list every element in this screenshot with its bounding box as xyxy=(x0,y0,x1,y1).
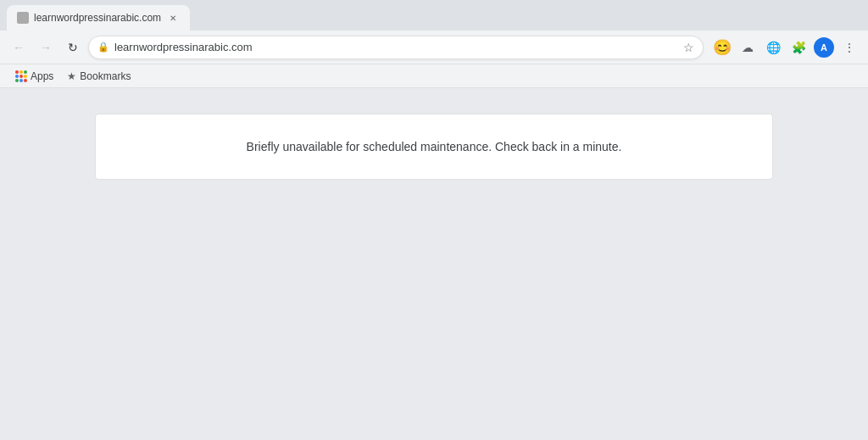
maintenance-box: Briefly unavailable for scheduled mainte… xyxy=(95,114,773,180)
toolbar: ← → ↻ 🔒 learnwordpressinarabic.com ☆ 😊 ☁… xyxy=(0,31,868,64)
bookmarks-label: Bookmarks xyxy=(80,70,131,82)
tab-favicon xyxy=(17,12,29,24)
reload-button[interactable]: ↻ xyxy=(61,36,85,59)
profile-button[interactable]: A xyxy=(812,36,836,59)
page-content: Briefly unavailable for scheduled mainte… xyxy=(0,88,868,440)
tab-close-button[interactable]: ✕ xyxy=(166,11,180,25)
more-icon: ⋮ xyxy=(843,41,855,54)
forward-button[interactable]: → xyxy=(34,36,58,59)
tab-bar: learnwordpressinarabic.com ✕ xyxy=(0,0,868,31)
browser-chrome: learnwordpressinarabic.com ✕ ← → ↻ 🔒 lea… xyxy=(0,0,868,88)
active-tab[interactable]: learnwordpressinarabic.com ✕ xyxy=(7,5,190,31)
bookmarks-bar: Apps ★ Bookmarks xyxy=(0,64,868,88)
cloud-button[interactable]: ☁ xyxy=(736,36,760,59)
cloud-icon: ☁ xyxy=(742,41,754,54)
globe-button[interactable]: 🌐 xyxy=(761,36,785,59)
apps-button[interactable]: Apps xyxy=(10,69,58,84)
apps-grid-icon xyxy=(15,70,27,82)
profile-avatar: A xyxy=(814,37,834,58)
globe-icon: 🌐 xyxy=(766,41,781,54)
bookmark-icon: ★ xyxy=(67,70,76,82)
address-bar[interactable]: 🔒 learnwordpressinarabic.com ☆ xyxy=(88,36,704,59)
bookmarks-button[interactable]: ★ Bookmarks xyxy=(62,69,136,84)
profile-initial: A xyxy=(821,42,827,53)
url-text: learnwordpressinarabic.com xyxy=(114,41,675,53)
maintenance-message: Briefly unavailable for scheduled mainte… xyxy=(247,140,622,153)
emoji-button[interactable]: 😊 xyxy=(710,36,734,59)
lock-icon: 🔒 xyxy=(97,42,109,53)
more-button[interactable]: ⋮ xyxy=(837,36,861,59)
back-button[interactable]: ← xyxy=(7,36,31,59)
emoji-icon: 😊 xyxy=(713,38,732,57)
extensions-button[interactable]: 🧩 xyxy=(787,36,810,59)
puzzle-icon: 🧩 xyxy=(792,41,806,54)
bookmark-star-icon[interactable]: ☆ xyxy=(683,41,694,54)
toolbar-icons: 😊 ☁ 🌐 🧩 A ⋮ xyxy=(710,36,861,59)
tab-title: learnwordpressinarabic.com xyxy=(34,12,161,24)
apps-label: Apps xyxy=(31,70,53,82)
